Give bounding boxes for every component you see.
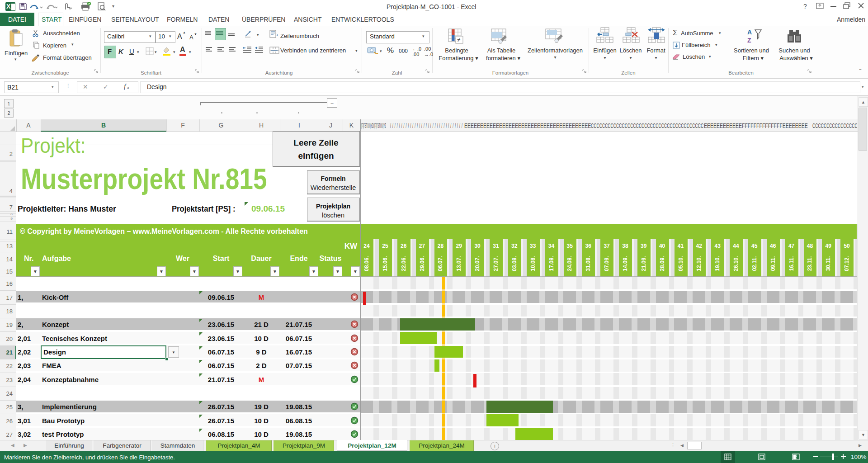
svg-text:≠: ≠ — [457, 37, 460, 43]
svg-text:A: A — [747, 28, 752, 36]
svg-text:Z: Z — [747, 37, 751, 44]
